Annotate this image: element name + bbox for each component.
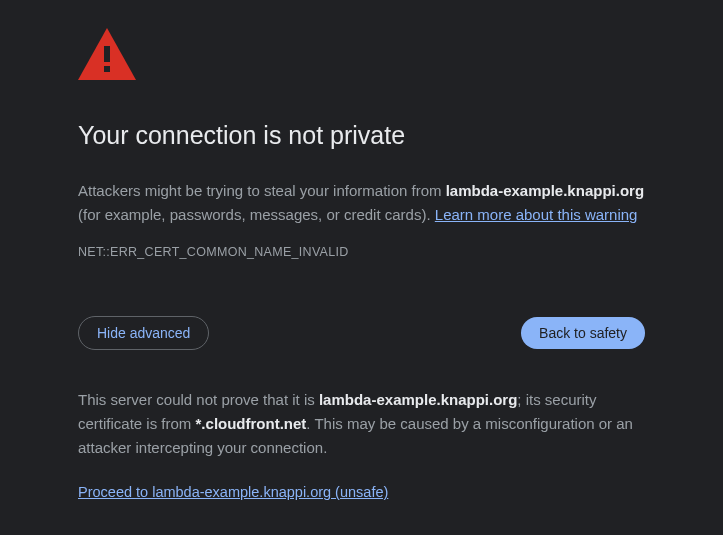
ssl-error-page: Your connection is not private Attackers… [0,0,723,504]
adv-cert: *.cloudfront.net [196,415,307,432]
advanced-details: This server could not prove that it is l… [78,388,645,460]
warning-body: Attackers might be trying to steal your … [78,179,645,227]
proceed-unsafe-link[interactable]: Proceed to lambda-example.knappi.org (un… [78,481,388,504]
svg-rect-2 [104,66,110,72]
body-prefix: Attackers might be trying to steal your … [78,182,446,199]
warning-icon [78,28,645,87]
body-suffix: (for example, passwords, messages, or cr… [78,206,435,223]
hide-advanced-button[interactable]: Hide advanced [78,316,209,350]
button-row: Hide advanced Back to safety [78,316,645,350]
adv-site: lambda-example.knappi.org [319,391,517,408]
svg-rect-1 [104,46,110,62]
learn-more-link[interactable]: Learn more about this warning [435,206,638,223]
back-to-safety-button[interactable]: Back to safety [521,317,645,349]
adv-prefix: This server could not prove that it is [78,391,319,408]
error-code: NET::ERR_CERT_COMMON_NAME_INVALID [78,242,645,262]
body-site: lambda-example.knappi.org [446,182,644,199]
page-title: Your connection is not private [78,115,645,155]
